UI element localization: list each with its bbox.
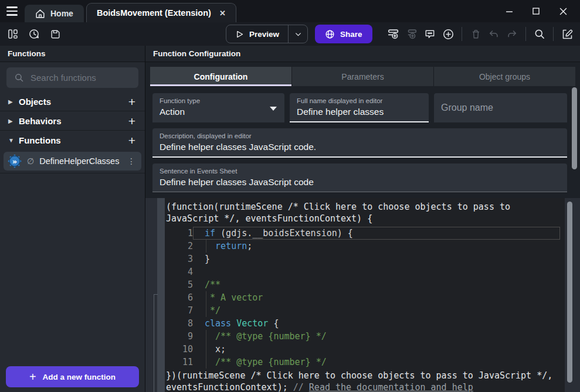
hamburger-menu-icon[interactable] (0, 0, 23, 22)
section-label: Behaviors (19, 116, 125, 126)
function-type-select[interactable]: Function type Action (152, 93, 284, 122)
sentence-field[interactable]: Sentence in Events Sheet (152, 163, 567, 192)
main-title: Function Configuration (153, 49, 240, 58)
line-number: 2 (166, 240, 193, 253)
edit-scene-icon[interactable] (559, 26, 575, 42)
tab-configuration[interactable]: Configuration (150, 67, 292, 86)
add-new-function-button[interactable]: + Add a new function (6, 366, 139, 387)
code-line[interactable]: 5/** (166, 278, 560, 291)
line-number: 4 (166, 265, 193, 278)
save-icon[interactable] (47, 26, 63, 42)
events-scrollbar[interactable] (567, 202, 572, 383)
function-item-definehelperclasses[interactable]: » ∅ DefineHelperClasses ⋮ (4, 152, 141, 171)
description-field[interactable]: Description, displayed in editor (152, 128, 567, 158)
code-line[interactable]: 11 /** @type {number} */ (166, 356, 560, 369)
chevron-right-icon: ▶ (8, 118, 19, 124)
preview-dropdown-button[interactable] (289, 30, 307, 38)
line-number: 11 (166, 356, 193, 369)
code-line-content: /** (193, 278, 560, 291)
code-line[interactable]: 1if (gdjs.__boidsExtension) { (166, 227, 560, 240)
line-number: 6 (166, 291, 193, 304)
sidebar-header: Functions (0, 46, 145, 62)
preview-button[interactable]: Preview (226, 30, 288, 39)
chevron-right-icon: ▶ (8, 98, 19, 105)
tab-extension[interactable]: BoidsMovement (Extension) ✕ (86, 3, 236, 22)
description-label: Description, displayed in editor (160, 132, 560, 139)
line-number: 3 (166, 253, 193, 265)
full-name-label: Full name displayed in editor (297, 97, 422, 104)
code-line[interactable]: 8class Vector { (166, 317, 560, 330)
search-functions-input[interactable] (30, 73, 131, 83)
sentence-input[interactable] (160, 177, 560, 188)
divider (0, 173, 145, 173)
code-line-content: } (193, 253, 560, 265)
code-lines: 1if (gdjs.__boidsExtension) {2 return;3}… (166, 227, 560, 369)
code-line[interactable]: 4 (166, 265, 560, 278)
code-line-content: if (gdjs.__boidsExtension) { (193, 227, 560, 240)
tab-object-groups[interactable]: Object groups (434, 67, 575, 86)
sentence-label: Sentence in Events Sheet (160, 168, 560, 175)
maximize-button[interactable] (523, 2, 550, 20)
group-name-input[interactable] (441, 103, 560, 113)
code-line[interactable]: 10 x; (166, 343, 560, 356)
add-object-button[interactable]: + (125, 96, 139, 108)
tab-home[interactable]: Home (25, 5, 84, 22)
sidebar-item-behaviors[interactable]: ▶ Behaviors + (0, 111, 145, 131)
tab-extension-label: BoidsMovement (Extension) (97, 8, 211, 18)
action-function-icon: » (8, 154, 22, 168)
add-new-function-label: Add a new function (43, 373, 116, 381)
full-name-field[interactable]: Full name displayed in editor (290, 93, 429, 122)
indent-guide (206, 343, 206, 356)
sidebar-title: Functions (8, 49, 46, 58)
sidebar-item-functions[interactable]: ▼ Functions + (0, 131, 145, 150)
javascript-code-event[interactable]: (function(runtimeScene /* Click here to … (166, 201, 560, 392)
code-line[interactable]: 6 * A vector (166, 291, 560, 304)
add-function-plus-button[interactable]: + (125, 134, 139, 146)
code-line-content: */ (193, 304, 560, 317)
config-scrollbar[interactable] (572, 87, 577, 169)
close-window-button[interactable] (550, 2, 576, 20)
line-number: 10 (166, 343, 193, 356)
trash-icon[interactable] (467, 26, 484, 42)
play-icon (235, 30, 244, 39)
section-label: Objects (19, 97, 125, 107)
code-editor[interactable]: 1if (gdjs.__boidsExtension) {2 return;3}… (166, 227, 560, 369)
item-menu-icon[interactable]: ⋮ (127, 156, 135, 166)
full-name-input[interactable] (297, 107, 422, 117)
function-type-label: Function type (160, 97, 277, 104)
history-icon[interactable] (26, 26, 42, 42)
event-drag-handle[interactable] (157, 198, 165, 392)
sidebar-item-objects[interactable]: ▶ Objects + (0, 92, 145, 111)
search-functions-box[interactable] (6, 67, 138, 88)
function-item-label: DefineHelperClasses (39, 156, 119, 166)
code-footer-line[interactable]: })(runtimeScene /* Click here to choose … (166, 370, 560, 392)
add-subevent-icon[interactable] (403, 26, 420, 42)
undo-icon[interactable] (486, 26, 502, 42)
add-circle-icon[interactable] (440, 26, 456, 42)
add-behavior-button[interactable]: + (125, 115, 139, 127)
description-input[interactable] (160, 142, 560, 152)
close-tab-icon[interactable]: ✕ (219, 9, 226, 18)
project-manager-icon[interactable] (5, 26, 21, 42)
toolbar-divider (525, 27, 526, 41)
comment-icon[interactable] (422, 26, 438, 42)
tab-label: Parameters (341, 72, 384, 81)
search-icon[interactable] (531, 26, 548, 42)
documentation-link[interactable]: Read the documentation and help (309, 382, 473, 392)
line-number: 5 (166, 278, 193, 291)
minimize-button[interactable] (496, 2, 523, 20)
add-event-icon[interactable] (385, 26, 402, 42)
code-line[interactable]: 9 /** @type {number} */ (166, 330, 560, 343)
share-label: Share (340, 30, 362, 39)
tab-parameters[interactable]: Parameters (292, 67, 434, 86)
titlebar: Home BoidsMovement (Extension) ✕ (0, 0, 580, 22)
code-line-content: x; (193, 343, 560, 356)
code-line[interactable]: 7 */ (166, 304, 560, 317)
share-button[interactable]: Share (315, 25, 372, 43)
redo-icon[interactable] (504, 26, 520, 42)
group-name-field[interactable] (434, 93, 567, 122)
code-line[interactable]: 3} (166, 253, 560, 265)
globe-icon (325, 29, 335, 39)
code-header-line[interactable]: (function(runtimeScene /* Click here to … (166, 201, 560, 224)
code-line[interactable]: 2 return; (166, 240, 560, 253)
